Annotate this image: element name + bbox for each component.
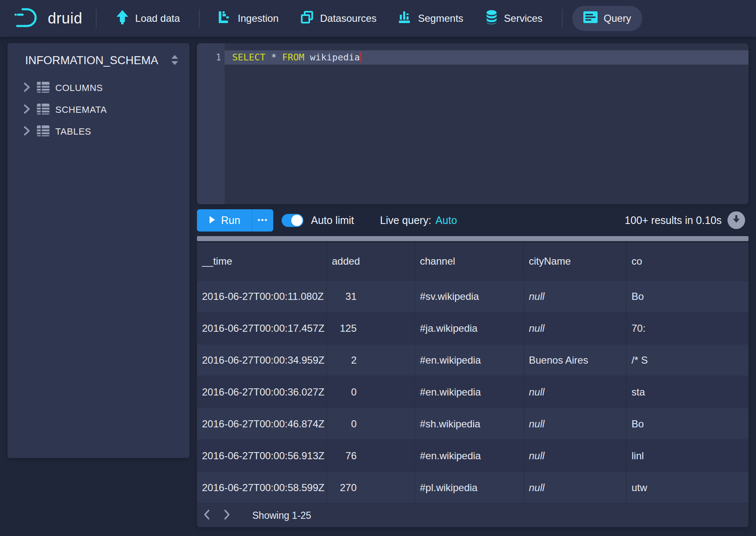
cell-channel[interactable]: #en.wikipedia — [415, 440, 524, 471]
ingestion-chart-icon — [218, 10, 231, 26]
nav-item-label: Query — [604, 13, 631, 24]
nav-item-services[interactable]: Services — [485, 10, 543, 27]
nav-item-load-data[interactable]: Load data — [116, 10, 180, 27]
showing-label: Showing 1-25 — [252, 510, 311, 521]
cell-time[interactable]: 2016-06-27T00:00:36.027Z — [197, 376, 327, 408]
nav-item-datasources[interactable]: Datasources — [300, 10, 377, 26]
cell-added[interactable]: 76 — [327, 440, 415, 471]
cell-time[interactable]: 2016-06-27T00:00:17.457Z — [197, 312, 327, 344]
cell-channel[interactable]: #en.wikipedia — [415, 376, 524, 408]
druid-logo-text: druid — [48, 10, 83, 27]
run-more-button[interactable]: ••• — [252, 209, 273, 232]
segments-bars-icon — [398, 10, 412, 26]
cell-channel[interactable]: #pl.wikipedia — [415, 471, 524, 503]
nav-item-ingestion[interactable]: Ingestion — [218, 10, 278, 26]
results-horizontal-scrollbar[interactable] — [197, 236, 748, 241]
cell-comment[interactable]: Bo — [627, 280, 748, 312]
schema-tree: COLUMNS SCHEMATA — [8, 71, 189, 143]
sql-editor[interactable]: 1 SELECT * FROM wikipedia — [197, 43, 748, 204]
auto-limit-toggle[interactable] — [282, 214, 303, 227]
schema-title: INFORMATION_SCHEMA — [25, 54, 158, 67]
cell-added[interactable]: 270 — [327, 471, 415, 503]
live-query-value[interactable]: Auto — [435, 214, 457, 226]
chevron-right-icon[interactable] — [23, 126, 30, 138]
cell-comment[interactable]: 70: — [627, 312, 748, 344]
load-data-upload-icon — [116, 10, 129, 27]
cell-channel[interactable]: #sv.wikipedia — [415, 280, 524, 312]
results-summary: 100+ results in 0.10s — [625, 214, 722, 226]
results-table: __time added channel cityName co 2016-06… — [197, 242, 748, 527]
cell-added[interactable]: 31 — [327, 280, 415, 312]
druid-logo[interactable]: druid — [14, 5, 83, 31]
nav-item-segments[interactable]: Segments — [398, 10, 463, 26]
sidebar-item-schemata[interactable]: SCHEMATA — [8, 99, 189, 121]
cell-comment[interactable]: sta — [627, 376, 748, 408]
cell-comment[interactable]: linl — [627, 440, 748, 471]
cell-cityname[interactable]: null — [524, 440, 627, 471]
services-database-icon — [485, 10, 498, 27]
cell-time[interactable]: 2016-06-27T00:00:58.599Z — [197, 471, 327, 503]
chevron-right-icon[interactable] — [23, 82, 30, 94]
run-button-label: Run — [221, 214, 241, 226]
play-icon — [209, 214, 215, 226]
cell-channel[interactable]: #en.wikipedia — [415, 344, 524, 376]
table-row: 2016-06-27T00:00:58.599Z 270 #pl.wikiped… — [197, 471, 748, 503]
cell-cityname[interactable]: Buenos Aires — [524, 344, 627, 376]
cell-comment[interactable]: /* S — [627, 344, 748, 376]
sql-keyword: FROM — [282, 52, 304, 62]
results-pagination: Showing 1-25 — [197, 503, 748, 527]
column-header-time[interactable]: __time — [197, 242, 327, 280]
cell-channel[interactable]: #ja.wikipedia — [415, 312, 524, 344]
cell-cityname[interactable]: null — [524, 408, 627, 440]
column-header-cityname[interactable]: cityName — [524, 242, 627, 280]
table-icon — [37, 125, 49, 138]
double-caret-vertical-icon[interactable] — [170, 55, 179, 67]
sidebar-item-columns[interactable]: COLUMNS — [8, 77, 189, 99]
cell-comment[interactable]: utw — [627, 471, 748, 503]
sidebar-item-tables[interactable]: TABLES — [8, 121, 189, 143]
text-cursor — [360, 52, 361, 62]
table-row: 2016-06-27T00:00:56.913Z 76 #en.wikipedi… — [197, 440, 748, 471]
download-button[interactable] — [728, 211, 745, 229]
download-circle-icon — [732, 215, 740, 226]
cell-cityname[interactable]: null — [524, 376, 627, 408]
editor-gutter — [197, 43, 225, 204]
nav-item-query[interactable]: Query — [572, 6, 642, 31]
cell-added[interactable]: 125 — [327, 312, 415, 344]
cell-added[interactable]: 2 — [327, 344, 415, 376]
chevron-right-icon — [224, 509, 230, 522]
table-icon — [37, 104, 49, 116]
sidebar-item-label: TABLES — [55, 126, 91, 137]
run-button[interactable]: Run — [197, 209, 252, 232]
cell-added[interactable]: 0 — [327, 376, 415, 408]
column-header-added[interactable]: added — [327, 242, 415, 280]
cell-comment[interactable]: Bo — [627, 408, 748, 440]
column-header-channel[interactable]: channel — [415, 242, 524, 280]
chevron-left-icon — [204, 509, 210, 522]
cell-channel[interactable]: #sh.wikipedia — [415, 408, 524, 440]
nav-item-label: Segments — [418, 13, 463, 24]
sql-code-line[interactable]: SELECT * FROM wikipedia — [232, 50, 361, 65]
cell-time[interactable]: 2016-06-27T00:00:56.913Z — [197, 440, 327, 471]
cell-cityname[interactable]: null — [524, 280, 627, 312]
prev-page-button[interactable] — [200, 507, 213, 524]
datasources-stack-icon — [300, 10, 314, 26]
cell-cityname[interactable]: null — [524, 312, 627, 344]
cell-time[interactable]: 2016-06-27T00:00:34.959Z — [197, 344, 327, 376]
chevron-right-icon[interactable] — [23, 104, 30, 116]
sidebar-item-label: COLUMNS — [55, 83, 103, 94]
cell-time[interactable]: 2016-06-27T00:00:11.080Z — [197, 280, 327, 312]
table-row: 2016-06-27T00:00:46.874Z 0 #sh.wikipedia… — [197, 408, 748, 440]
druid-console: druid Load data — [0, 0, 756, 536]
query-console-icon — [583, 11, 598, 26]
cell-time[interactable]: 2016-06-27T00:00:46.874Z — [197, 408, 327, 440]
column-header-comment[interactable]: co — [627, 242, 748, 280]
nav-divider — [562, 9, 562, 28]
next-page-button[interactable] — [220, 507, 233, 524]
auto-limit-label: Auto limit — [311, 214, 354, 226]
cell-added[interactable]: 0 — [327, 408, 415, 440]
schema-sidebar: INFORMATION_SCHEMA — [8, 43, 189, 458]
cell-cityname[interactable]: null — [524, 471, 627, 503]
sidebar-item-label: SCHEMATA — [55, 104, 107, 115]
query-toolbar: Run ••• Auto limit Live query: Auto 100+… — [197, 206, 748, 235]
